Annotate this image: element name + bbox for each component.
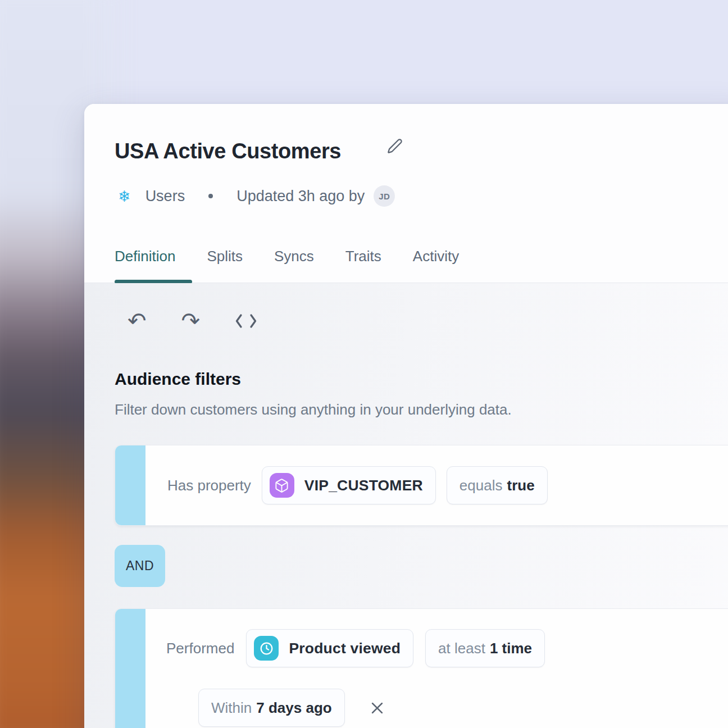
editor-toolbar: ↶ ↷ [128,308,257,334]
filter-row-performed: Performed Product viewed at least 1 time [115,608,728,728]
filter-row-has-property: Has property VIP_CUSTOMER equals true [115,445,728,526]
frequency-operator: at least [438,640,485,657]
condition-chip[interactable]: equals true [447,466,548,504]
filter-type-label: Performed [166,640,234,657]
tab-traits[interactable]: Traits [345,248,381,265]
redo-icon[interactable]: ↷ [181,310,201,332]
boolean-operator-chip[interactable]: AND [115,545,165,587]
filter-content: Has property VIP_CUSTOMER equals true [145,445,728,525]
tab-activity[interactable]: Activity [413,248,459,265]
close-icon [368,699,386,717]
pencil-icon [387,138,403,154]
definition-content: ↶ ↷ Audience filters Filter down custome… [84,283,728,728]
box-icon [270,473,294,498]
audience-card: USA Active Customers ❄ Users Updated 3h … [84,104,728,728]
property-name: VIP_CUSTOMER [304,477,423,494]
tab-syncs[interactable]: Syncs [274,248,314,265]
updated-text: Updated 3h ago by [236,188,365,205]
snowflake-icon: ❄ [118,189,131,204]
event-name: Product viewed [289,640,401,657]
section-heading: Audience filters [115,368,241,390]
avatar: JD [374,185,395,207]
time-window-chip[interactable]: Within 7 days ago [198,689,345,727]
undo-icon[interactable]: ↶ [128,310,147,332]
tab-bar: Definition Splits Syncs Traits Activity [115,248,459,265]
edit-title-button[interactable] [385,136,404,156]
event-chip[interactable]: Product viewed [246,629,413,667]
property-chip[interactable]: VIP_CUSTOMER [262,466,436,504]
section-subheading: Filter down customers using anything in … [115,400,512,419]
filter-accent-bar [115,445,145,525]
remove-time-window-button[interactable] [367,698,388,718]
tab-splits[interactable]: Splits [207,248,243,265]
time-window-operator: Within [211,699,252,717]
filter-accent-bar [115,609,145,728]
filter-content: Performed Product viewed at least 1 time [145,629,728,668]
separator-dot [208,194,213,198]
time-window-value: 7 days ago [256,699,331,717]
page-title: USA Active Customers [115,139,341,163]
frequency-chip[interactable]: at least 1 time [425,629,545,667]
card-header: USA Active Customers ❄ Users Updated 3h … [84,104,728,283]
tab-definition[interactable]: Definition [115,248,175,265]
condition-operator: equals [459,477,503,494]
filter-type-label: Has property [167,477,251,494]
clock-icon [254,636,279,661]
source-label: Users [145,188,185,205]
code-view-icon[interactable] [235,313,257,329]
time-window-row: Within 7 days ago [145,689,728,726]
meta-row: ❄ Users Updated 3h ago by JD [118,185,395,207]
condition-value: true [507,477,534,494]
frequency-value: 1 time [490,640,532,657]
